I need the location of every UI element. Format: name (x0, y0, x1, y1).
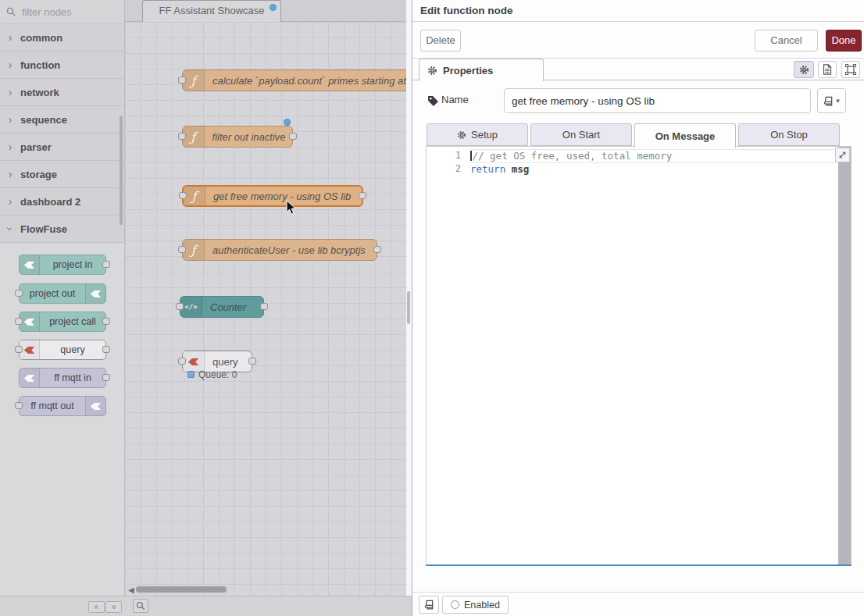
collapse-all-button[interactable]: « (88, 601, 105, 613)
node-enabled-toggle[interactable]: Enabled (442, 596, 509, 614)
node-filter-out-inactive[interactable]: ƒ filter out inactive (182, 126, 293, 148)
flowfuse-icon (20, 255, 40, 274)
input-port[interactable] (179, 192, 187, 199)
input-port[interactable] (178, 77, 186, 84)
chevron-right-icon: › (0, 31, 20, 44)
changed-node-dot (284, 119, 291, 126)
output-port[interactable] (102, 318, 110, 325)
palette-sidebar: ›common ›function ›network ›sequence ›pa… (0, 0, 125, 596)
palette-node-project-in[interactable]: project in (19, 255, 106, 275)
flowfuse-icon (20, 369, 40, 387)
tab-on-start[interactable]: On Start (530, 123, 632, 146)
expand-editor-button[interactable] (835, 148, 850, 162)
vertical-scrollbar[interactable] (407, 291, 410, 324)
input-port[interactable] (178, 246, 186, 253)
output-port[interactable] (102, 261, 110, 268)
unsaved-changes-dot (270, 4, 277, 11)
flow-canvas[interactable]: ƒ calculate `payload.count` primes start… (125, 22, 406, 596)
input-port[interactable] (15, 346, 23, 353)
palette-node-ff-mqtt-in[interactable]: ff mqtt in (19, 368, 106, 388)
output-port[interactable] (260, 303, 268, 310)
code-line-1: // get OS free, used, total memory (470, 149, 834, 163)
output-port[interactable] (373, 246, 381, 253)
library-export-button[interactable] (419, 596, 439, 614)
palette-search[interactable] (0, 0, 124, 24)
tray-tab-row: Properties (412, 59, 864, 80)
editor-minimap-scrollbar[interactable] (838, 147, 851, 564)
output-port[interactable] (102, 346, 110, 353)
palette-category-network[interactable]: ›network (0, 79, 124, 106)
tab-properties[interactable]: Properties (419, 59, 544, 81)
input-port[interactable] (178, 358, 186, 365)
node-counter[interactable]: </> Counter (180, 296, 264, 318)
delete-button[interactable]: Delete (420, 30, 461, 52)
library-button[interactable]: ▾ (817, 88, 846, 113)
flowfuse-icon (85, 397, 105, 415)
enabled-label: Enabled (464, 600, 500, 611)
expand-all-button[interactable]: « (105, 601, 122, 613)
book-icon (823, 96, 834, 106)
output-port[interactable] (359, 192, 366, 199)
function-icon: ƒ (183, 126, 205, 147)
palette-node-project-out[interactable]: project out (19, 283, 106, 304)
palette-node-ff-mqtt-out[interactable]: ff mqtt out (19, 396, 106, 416)
line-number: 2 (427, 163, 461, 174)
node-get-free-memory[interactable]: ƒ get free memory - using OS lib (182, 185, 363, 207)
function-icon: ƒ (183, 240, 205, 260)
enabled-state-icon (451, 600, 459, 609)
tray-footer: Enabled (412, 592, 864, 616)
palette-scrollbar[interactable] (120, 116, 123, 225)
output-port[interactable] (289, 133, 297, 140)
double-chevron-up-icon: « (92, 604, 101, 609)
palette-category-parser[interactable]: ›parser (0, 134, 124, 161)
tray-title: Edit function node (412, 0, 864, 22)
output-port[interactable] (248, 358, 256, 365)
edit-tray: Edit function node Delete Cancel Done Pr… (412, 0, 864, 616)
input-port[interactable] (15, 318, 23, 325)
properties-gear-button[interactable] (794, 61, 814, 78)
node-authenticate-user[interactable]: ƒ authenticateUser - use lib bcryptjs (182, 239, 377, 261)
description-button[interactable] (818, 61, 837, 78)
output-port[interactable] (102, 374, 110, 381)
tab-setup[interactable]: Setup (427, 123, 528, 146)
tag-icon (427, 95, 439, 107)
workspace-tab-bar: FF Assistant Showcase (125, 0, 412, 22)
tray-toolbar: Delete Cancel Done (412, 22, 864, 59)
node-status-label: Queue: 0 (198, 369, 237, 380)
node-status-dot (187, 371, 195, 378)
code-editor[interactable]: 1 2 // get OS free, used, total memory r… (426, 146, 852, 566)
input-port[interactable] (15, 290, 23, 297)
palette-category-sequence[interactable]: ›sequence (0, 106, 124, 134)
palette-node-query[interactable]: query (19, 340, 106, 360)
workspace-tab[interactable]: FF Assistant Showcase (142, 0, 281, 22)
node-calculate-primes[interactable]: ƒ calculate `payload.count` primes start… (182, 69, 406, 91)
done-button[interactable]: Done (826, 30, 862, 52)
palette-category-storage[interactable]: ›storage (0, 161, 124, 188)
scroll-left-arrow-icon[interactable]: ◀ (128, 586, 134, 594)
input-port[interactable] (15, 402, 23, 409)
name-row: Name ▾ (412, 88, 864, 113)
name-label: Name (441, 94, 469, 105)
input-port[interactable] (178, 133, 186, 140)
appearance-button[interactable] (841, 61, 860, 78)
horizontal-scrollbar[interactable] (136, 586, 227, 593)
gear-icon (427, 66, 437, 76)
template-code-icon: </> (180, 297, 202, 317)
palette-filter-input[interactable] (20, 5, 106, 19)
cancel-button[interactable]: Cancel (755, 30, 818, 52)
palette-category-flowfuse[interactable]: ›FlowFuse (0, 215, 124, 243)
tab-on-message[interactable]: On Message (634, 123, 736, 148)
function-tabs: Setup On Start On Message On Stop (412, 123, 864, 147)
palette-category-dashboard2[interactable]: ›dashboard 2 (0, 188, 124, 215)
input-port[interactable] (176, 303, 184, 310)
search-icon (6, 7, 16, 16)
name-input[interactable] (504, 88, 811, 113)
palette-category-function[interactable]: ›function (0, 52, 124, 79)
book-icon (424, 600, 434, 610)
zoom-search-button[interactable] (133, 599, 148, 613)
editor-footer-bar: « « (0, 596, 412, 616)
tab-on-stop[interactable]: On Stop (738, 123, 840, 146)
palette-category-common[interactable]: ›common (0, 24, 124, 52)
palette-node-project-call[interactable]: project call (19, 312, 106, 332)
magnifier-icon (136, 601, 145, 611)
